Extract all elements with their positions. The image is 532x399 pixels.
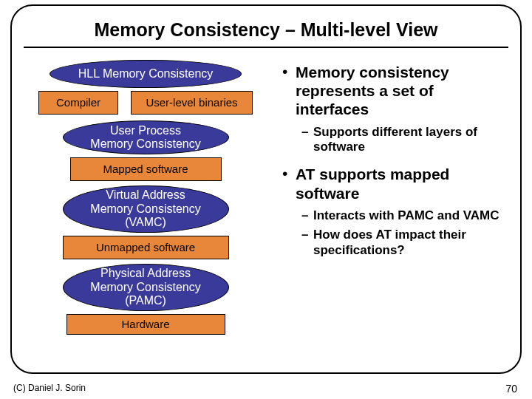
node-pamc-label: Physical Address Memory Consistency (PAM… bbox=[90, 267, 200, 307]
node-hardware: Hardware bbox=[66, 314, 225, 335]
bullet-1: • Memory consistency represents a set of… bbox=[282, 63, 508, 119]
bullet-dot-icon: • bbox=[282, 63, 296, 119]
node-mapped-sw-label: Mapped software bbox=[103, 163, 188, 175]
dash-icon: – bbox=[301, 228, 313, 258]
bullets-column: • Memory consistency represents a set of… bbox=[282, 60, 508, 335]
copyright-text: (C) Daniel J. Sorin bbox=[13, 383, 86, 393]
bullet-2: • AT supports mapped software bbox=[282, 165, 508, 202]
page-number: 70 bbox=[505, 383, 517, 395]
subbullet-1-text: Supports different layers of software bbox=[313, 125, 508, 155]
slide-frame: Memory Consistency – Multi-level View HL… bbox=[10, 4, 522, 374]
node-vamc-label: Virtual Address Memory Consistency (VAMC… bbox=[90, 188, 200, 229]
subbullet-2-text: Interacts with PAMC and VAMC bbox=[313, 208, 499, 223]
bullet-1-text: Memory consistency represents a set of i… bbox=[296, 63, 508, 119]
subbullet-2: – Interacts with PAMC and VAMC bbox=[301, 208, 508, 223]
hll-children-row: Compiler User-level binaries bbox=[38, 91, 253, 115]
node-unmapped-sw: Unmapped software bbox=[63, 236, 229, 259]
subbullet-3-text: How does AT impact their specifications? bbox=[313, 228, 508, 258]
node-user-binaries-label: User-level binaries bbox=[146, 96, 237, 109]
slide-content: HLL Memory Consistency Compiler User-lev… bbox=[24, 60, 508, 335]
node-pamc: Physical Address Memory Consistency (PAM… bbox=[63, 264, 229, 311]
slide-title: Memory Consistency – Multi-level View bbox=[24, 19, 508, 48]
subbullet-1: – Supports different layers of software bbox=[301, 125, 508, 155]
node-hll: HLL Memory Consistency bbox=[50, 60, 242, 88]
node-user-process-label: User Process Memory Consistency bbox=[90, 124, 200, 151]
bullet-dot-icon: • bbox=[282, 165, 296, 202]
node-user-binaries: User-level binaries bbox=[131, 91, 253, 115]
diagram-column: HLL Memory Consistency Compiler User-lev… bbox=[24, 60, 267, 335]
node-unmapped-sw-label: Unmapped software bbox=[96, 241, 195, 253]
node-hardware-label: Hardware bbox=[121, 318, 169, 330]
node-mapped-sw: Mapped software bbox=[70, 157, 222, 181]
node-hll-label: HLL Memory Consistency bbox=[78, 67, 214, 81]
node-compiler-label: Compiler bbox=[56, 96, 100, 109]
node-vamc: Virtual Address Memory Consistency (VAMC… bbox=[63, 185, 229, 233]
bullet-2-text: AT supports mapped software bbox=[296, 165, 508, 202]
dash-icon: – bbox=[301, 125, 313, 155]
subbullet-3: – How does AT impact their specification… bbox=[301, 228, 508, 258]
node-user-process: User Process Memory Consistency bbox=[63, 120, 229, 154]
dash-icon: – bbox=[301, 208, 313, 223]
node-compiler: Compiler bbox=[38, 91, 118, 115]
